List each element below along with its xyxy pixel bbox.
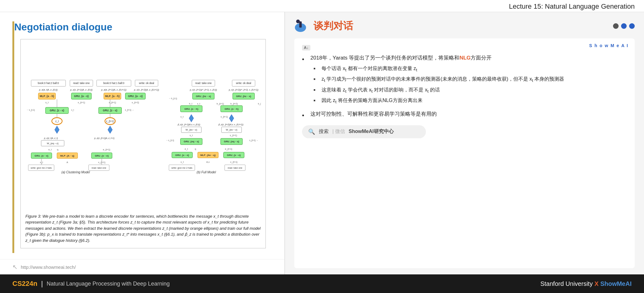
svg-text:read: take one: read: take one: [92, 166, 106, 169]
svg-text:p_x(x_{t+1}|A, z_{0,t}): p_x(x_{t+1}|A, z_{0,t}): [70, 88, 93, 91]
svg-marker-78: [189, 114, 194, 122]
svg-text:···  h_{t-1}: ··· h_{t-1}: [169, 97, 177, 100]
sub-text-4: 因此 zt 将任务的策略方面从NLG方面分离出来: [322, 96, 423, 105]
svg-text:GRU_{z→s}: GRU_{z→s}: [50, 109, 65, 112]
svg-text:x_{t+1}: x_{t+1}: [221, 115, 228, 118]
svg-text:s_{t+1} →: s_{t+1} →: [249, 139, 258, 142]
bottom-divider: |: [41, 280, 43, 288]
svg-text:s_t: s_t: [46, 101, 49, 104]
bottom-desc: Natural Language Processing with Deep Le…: [46, 281, 169, 287]
svg-text:book:0 hat:2 ball:0: book:0 hat:2 ball:0: [38, 82, 59, 85]
svg-text:s_t: s_t: [190, 134, 193, 137]
svg-text:write: ok deal: write: ok deal: [139, 82, 154, 85]
svg-text:h_{t+1}: h_{t+1}: [217, 102, 224, 105]
svg-text:h_t: h_t: [189, 102, 192, 105]
svg-text:book:0 hat:1 ball:0: book:0 hat:1 ball:0: [103, 82, 124, 85]
sub-text-1: 每个话语 xt 都有一个对应的离散潜在变量 zt: [322, 64, 417, 73]
bullet-text-prefix: 2018年，Yarats 等提出了另一个谈判任务的对话模型，将策略和: [310, 55, 459, 61]
search-brand: ShowMeAI研究中心: [349, 128, 394, 135]
svg-text:GRU_{x→e}: GRU_{x→e}: [227, 154, 241, 157]
search-box[interactable]: 🔍 搜索 | 微信 ShowMeAI研究中心: [302, 125, 426, 138]
bullet-item-1: 2018年，Yarats 等提出了另一个谈判任务的对话模型，将策略和NLG方面分…: [302, 54, 627, 107]
svg-text:(a) Clustering Model: (a) Clustering Model: [61, 171, 90, 174]
svg-text:A: A: [67, 161, 68, 164]
main-content: Negotiation dialogue book:0 hat:2 ball:0: [0, 12, 644, 274]
footer-url: http://www.showmeai.tech/: [21, 264, 76, 270]
sub-text-2: zt 学习成为一个很好的预测对话中的未来事件的预测器(未来的消息，策略的最终收获…: [322, 75, 564, 84]
svg-text:GRU_{z→s}: GRU_{z→s}: [103, 109, 118, 112]
svg-text:···  s_{t-1}: ··· s_{t-1}: [27, 109, 35, 111]
sub-bullet-4: 因此 zt 将任务的策略方面从NLG方面分离出来: [313, 96, 564, 105]
sub-bullet-1: 每个话语 xt 都有一个对应的离散潜在变量 zt: [313, 64, 564, 73]
svg-text:GRU_{x→e}: GRU_{x→e}: [35, 154, 49, 157]
svg-text:GRU_{x→e}: GRU_{x→e}: [175, 154, 189, 157]
svg-text:MLP_{a→h}: MLP_{a→h}: [40, 95, 54, 98]
svg-text:x_{t+1}: x_{t+1}: [230, 161, 238, 163]
svg-text:p_a(a_{t+1}|A, z_{0,t+1}): p_a(a_{t+1}|A, z_{0,t+1}): [101, 88, 127, 91]
svg-text:GRU_{eq→s}: GRU_{eq→s}: [184, 140, 199, 143]
dot-2: [621, 23, 627, 29]
bullet-list: 2018年，Yarats 等提出了另一个谈判任务的对话模型，将策略和NLG方面分…: [302, 54, 627, 121]
bottom-brand: ShowMeAI: [600, 280, 632, 287]
svg-text:read: take one: read: take one: [195, 82, 212, 85]
svg-marker-35: [55, 126, 59, 133]
cursor-icon: ↖: [12, 263, 18, 271]
svg-rect-121: [299, 21, 302, 28]
svg-text:write: give me 2 hats: write: give me 2 hats: [171, 166, 192, 169]
svg-text:p_x(x_{t+1}|z*_{t+1}, x_{0,t}): p_x(x_{t+1}|z*_{t+1}, x_{0,t}): [190, 89, 217, 91]
slide-panel: Negotiation dialogue book:0 hat:2 ball:0: [0, 12, 285, 274]
right-header: 谈判对话: [294, 18, 635, 34]
svg-text:q: q: [195, 148, 196, 150]
sub-text-3: 这意味着 zt 学会代表 xt 对对话的影响，而不是 xt 的话: [322, 86, 440, 95]
sub-bullet-list: 每个话语 xt 都有一个对应的离散潜在变量 zt zt 学习成为一个很好的预测对…: [313, 64, 564, 105]
svg-text:MLP_{a→h}: MLP_{a→h}: [105, 95, 120, 98]
header: Lecture 15: Natural Language Generation: [0, 0, 644, 12]
figure-diagram: book:0 hat:2 ball:0 read: take one book:…: [25, 44, 261, 211]
svg-text:p_z(z_t|A, z_t): p_z(z_t|A, z_t): [44, 137, 58, 140]
svg-text:p̂_z(z_{t+1}|A,v, x_{0,t}): p̂_z(z_{t+1}|A,v, x_{0,t}): [177, 123, 200, 126]
svg-marker-79: [229, 114, 234, 122]
showmeai-badge: S h o w M e A I: [589, 43, 629, 48]
right-panel: 谈判对话 A↓ S h o w M e A I 2018年，Yarats 等提出…: [285, 12, 644, 274]
nlg-highlight: NLG: [459, 55, 471, 61]
svg-text:GRU_{x→h}: GRU_{x→h}: [225, 107, 239, 110]
svg-text:GRU_{a→x}: GRU_{a→x}: [128, 95, 143, 98]
dot-3: [629, 23, 635, 29]
svg-text:e_t: e_t: [48, 148, 51, 151]
svg-text:GRU_{hz→x}: GRU_{hz→x}: [236, 95, 251, 98]
svg-text:h_{t+2}: h_{t+2}: [230, 102, 238, 105]
svg-text:x_t: x_t: [197, 102, 200, 105]
svg-text:(b) Full Model: (b) Full Model: [197, 171, 216, 174]
dot-group: [613, 23, 635, 29]
dot-1: [613, 23, 619, 29]
bullet-content-1: 2018年，Yarats 等提出了另一个谈判任务的对话模型，将策略和NLG方面分…: [310, 54, 564, 107]
svg-text:p_a(a_t|A, z_{0,t}): p_a(a_t|A, z_{0,t}): [39, 88, 58, 91]
bullet-text-2: 这对可控制性、可解释性和更容易学习策略等是有用的: [310, 110, 437, 121]
svg-text:s_{t+1}: s_{t+1}: [109, 101, 116, 104]
slide-left-border: Negotiation dialogue book:0 hat:2 ball:0: [12, 21, 272, 253]
svg-text:p_x(x_{t+2}|z*_{t+2}, x_{0,t+1: p_x(x_{t+2}|z*_{t+2}, x_{0,t+1}): [229, 89, 258, 91]
svg-text:A,v: A,v: [206, 161, 210, 163]
svg-marker-36: [108, 126, 112, 133]
svg-text:e_{t+1}: e_{t+1}: [103, 148, 110, 151]
svg-text:s_{t+1}: s_{t+1}: [230, 134, 237, 137]
svg-text:s_t: s_t: [71, 109, 74, 111]
svg-text:q: q: [57, 148, 58, 151]
svg-text:GRU_{eq→s}: GRU_{eq→s}: [224, 140, 239, 143]
svg-text:read: take one: read: take one: [228, 166, 242, 169]
diagram-svg: book:0 hat:2 ball:0 read: take one book:…: [25, 75, 261, 180]
bullet-text-suffix: 方面分开: [471, 55, 492, 61]
sub-bullet-3: 这意味着 zt 学会代表 xt 对对话的影响，而不是 xt 的话: [313, 86, 564, 95]
title-icon: [294, 18, 310, 34]
svg-text:GRU_{x→e}: GRU_{x→e}: [95, 154, 109, 157]
svg-text:W_{av→z}: W_{av→z}: [186, 128, 197, 131]
svg-text:p_x(x_{t+2}|A, z_{0,t+1}): p_x(x_{t+2}|A, z_{0,t+1}): [134, 88, 159, 91]
slide-title: Negotiation dialogue: [14, 21, 272, 33]
bullet-item-2: 这对可控制性、可解释性和更容易学习策略等是有用的: [302, 110, 627, 121]
right-title: 谈判对话: [313, 19, 353, 33]
svg-text:W_{eq→z}: W_{eq→z}: [47, 142, 59, 145]
search-icon: 🔍: [308, 128, 315, 135]
bottom-university: Stanford University: [540, 280, 593, 287]
svg-text:e_{t+1}: e_{t+1}: [225, 148, 232, 150]
bottom-x: X: [594, 280, 600, 287]
